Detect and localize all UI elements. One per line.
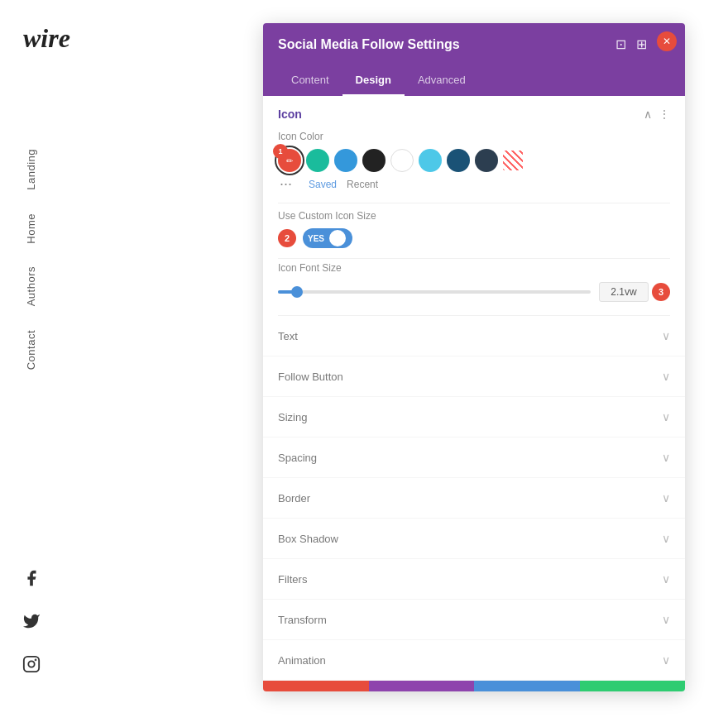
- svg-point-2: [36, 660, 36, 661]
- text-section-label: Text: [278, 330, 298, 342]
- nav-item-authors[interactable]: Authors: [25, 266, 37, 306]
- follow-button-chevron-icon: ∨: [662, 370, 670, 383]
- saved-recent: Saved Recent: [309, 179, 378, 190]
- badge-1: 1: [273, 144, 288, 159]
- icon-section-header: Icon ∧ ⋮: [263, 96, 685, 127]
- slider-thumb[interactable]: [291, 286, 303, 298]
- logo: wire: [23, 23, 70, 54]
- border-chevron-icon: ∨: [662, 491, 670, 505]
- icon-color-section: Icon Color 1 ✏ ···: [263, 127, 685, 203]
- recent-label[interactable]: Recent: [347, 179, 378, 190]
- sizing-chevron-icon: ∨: [662, 410, 670, 423]
- panel-title: Social Media Follow Settings: [278, 37, 460, 52]
- sizing-section[interactable]: Sizing ∨: [263, 397, 685, 438]
- tab-advanced[interactable]: Advanced: [405, 65, 479, 96]
- sizing-label: Sizing: [278, 411, 307, 423]
- border-label: Border: [278, 492, 310, 505]
- spacing-section[interactable]: Spacing ∨: [263, 438, 685, 478]
- panel-tabs: Content Design Advanced: [263, 65, 685, 96]
- transform-section[interactable]: Transform ∨: [263, 600, 685, 640]
- tab-design[interactable]: Design: [342, 65, 405, 96]
- animation-label: Animation: [278, 654, 326, 667]
- color-swatch-white[interactable]: [390, 149, 414, 172]
- text-chevron-icon: ∨: [662, 329, 670, 342]
- follow-button-label: Follow Button: [278, 371, 343, 383]
- slider-value-container: 2.1vw 3: [599, 282, 670, 302]
- color-swatch-lightblue[interactable]: [419, 149, 442, 172]
- settings-panel: Social Media Follow Settings ⊡ ⊞ ⋮ Conte…: [263, 23, 685, 691]
- toggle-container: 2 YES: [278, 228, 670, 248]
- nav-item-landing[interactable]: Landing: [25, 149, 37, 190]
- cancel-button[interactable]: ✕: [263, 681, 369, 691]
- social-icons: [18, 565, 45, 677]
- color-row-bottom: ··· Saved Recent: [278, 175, 670, 193]
- follow-button-section[interactable]: Follow Button ∨: [263, 356, 685, 397]
- color-swatch-blue[interactable]: [334, 149, 357, 172]
- instagram-icon[interactable]: [18, 651, 45, 677]
- more-colors-icon[interactable]: ···: [280, 175, 292, 193]
- box-shadow-label: Box Shadow: [278, 533, 338, 545]
- icon-color-label: Icon Color: [278, 131, 670, 142]
- fullscreen-icon[interactable]: ⊡: [615, 36, 626, 52]
- color-stripe-pattern[interactable]: [503, 151, 523, 170]
- font-size-value[interactable]: 2.1vw: [599, 282, 649, 302]
- panel-body: Icon ∧ ⋮ Icon Color 1 ✏: [263, 96, 685, 691]
- color-swatch-red-container: 1 ✏: [278, 149, 301, 172]
- badge-3: 3: [652, 283, 670, 301]
- svg-rect-0: [24, 657, 39, 672]
- color-swatch-teal[interactable]: [306, 149, 329, 172]
- panel-header: Social Media Follow Settings ⊡ ⊞ ⋮: [263, 23, 685, 65]
- text-section[interactable]: Text ∨: [263, 316, 685, 356]
- custom-size-label: Use Custom Icon Size: [278, 210, 670, 222]
- slider-track[interactable]: [278, 290, 591, 294]
- color-swatch-darknavy[interactable]: [475, 149, 498, 172]
- redo-button[interactable]: ↻: [474, 681, 580, 691]
- columns-icon[interactable]: ⊞: [636, 36, 647, 52]
- color-swatch-navyblue[interactable]: [447, 149, 470, 172]
- badge-2: 2: [278, 229, 296, 247]
- animation-section[interactable]: Animation ∨: [263, 640, 685, 681]
- transform-label: Transform: [278, 614, 327, 626]
- toggle-yes-label: YES: [306, 234, 326, 243]
- filters-chevron-icon: ∨: [662, 572, 670, 586]
- slider-container: 2.1vw 3: [278, 282, 670, 302]
- pencil-icon: ✏: [286, 156, 293, 165]
- facebook-icon[interactable]: [18, 565, 45, 591]
- section-controls: ∧ ⋮: [644, 108, 670, 121]
- svg-point-1: [28, 661, 34, 667]
- twitter-icon[interactable]: [18, 608, 45, 634]
- spacing-chevron-icon: ∨: [662, 451, 670, 464]
- box-shadow-section[interactable]: Box Shadow ∨: [263, 519, 685, 559]
- section-more-icon[interactable]: ⋮: [659, 108, 670, 121]
- panel-footer: ✕ ↺ ↻ ✓: [263, 681, 685, 691]
- vertical-nav: Landing Home Authors Contact: [25, 149, 37, 370]
- icon-section-title: Icon: [278, 108, 302, 121]
- color-swatch-dark[interactable]: [362, 149, 386, 172]
- saved-label[interactable]: Saved: [309, 179, 337, 190]
- box-shadow-chevron-icon: ∨: [662, 532, 670, 545]
- transform-chevron-icon: ∨: [662, 613, 670, 626]
- filters-section[interactable]: Filters ∨: [263, 559, 685, 600]
- animation-chevron-icon: ∨: [662, 653, 670, 667]
- section-collapse-icon[interactable]: ∧: [644, 108, 652, 121]
- undo-button[interactable]: ↺: [369, 681, 475, 691]
- border-section[interactable]: Border ∨: [263, 478, 685, 519]
- font-size-row: Icon Font Size 2.1vw 3: [263, 259, 685, 315]
- toggle-thumb: [329, 230, 346, 246]
- color-row: 1 ✏: [278, 149, 670, 172]
- nav-item-contact[interactable]: Contact: [25, 330, 37, 370]
- filters-label: Filters: [278, 573, 307, 586]
- save-button[interactable]: ✓: [580, 681, 686, 691]
- tab-content[interactable]: Content: [278, 65, 342, 96]
- nav-item-home[interactable]: Home: [25, 213, 37, 244]
- spacing-label: Spacing: [278, 452, 317, 464]
- font-size-label: Icon Font Size: [278, 262, 670, 274]
- custom-size-row: Use Custom Icon Size 2 YES: [263, 203, 685, 258]
- custom-size-toggle[interactable]: YES: [303, 228, 352, 248]
- close-button[interactable]: ✕: [657, 31, 677, 51]
